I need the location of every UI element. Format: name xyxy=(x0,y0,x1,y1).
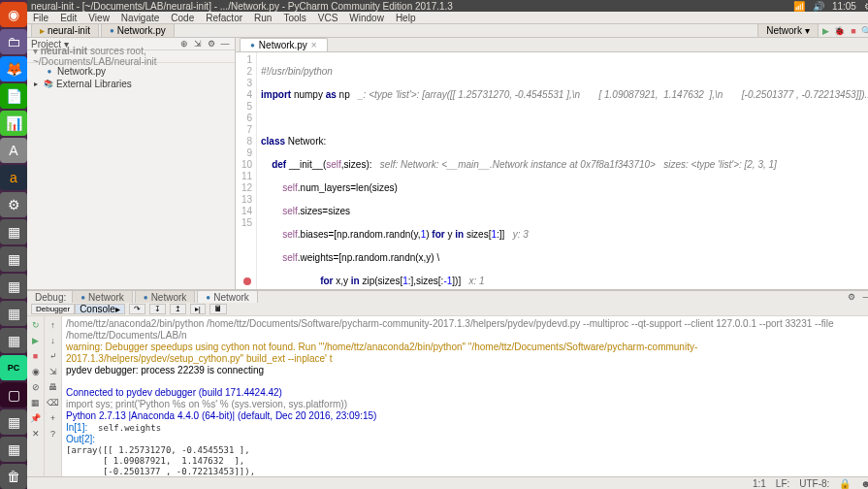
chevron-down-icon: ▾ xyxy=(805,25,810,36)
app-icon[interactable]: ▦ xyxy=(0,437,27,462)
new-console-button[interactable]: + xyxy=(47,411,60,425)
file-encoding[interactable]: UTF-8: xyxy=(799,478,829,489)
resume-button[interactable]: ▶ xyxy=(29,334,43,347)
help-button[interactable]: ? xyxy=(47,427,60,440)
debug-console[interactable]: /home/ttz/anaconda2/bin/python /home/ttz… xyxy=(62,316,868,476)
run-to-cursor-button[interactable]: ▸| xyxy=(190,304,206,314)
tree-file[interactable]: ●Network.py xyxy=(31,65,231,78)
window-titlebar: neural-init - [~/Documents/LAB/neural-in… xyxy=(27,0,868,12)
menu-window[interactable]: Window xyxy=(349,13,384,23)
editor-tab[interactable]: ●Network.py × xyxy=(240,38,328,51)
pycharm-icon[interactable]: PC xyxy=(0,355,27,380)
menu-edit[interactable]: Edit xyxy=(60,13,77,23)
debugger-tab[interactable]: Debugger xyxy=(31,304,75,314)
firefox-icon[interactable]: 🦊 xyxy=(0,56,27,82)
trash-icon[interactable]: 🗑 xyxy=(0,464,27,489)
menu-code[interactable]: Code xyxy=(171,13,194,23)
menu-file[interactable]: File xyxy=(33,13,48,23)
menu-help[interactable]: Help xyxy=(396,13,416,23)
step-over-button[interactable]: ↷ xyxy=(129,304,145,314)
step-into-button[interactable]: ↧ xyxy=(149,304,166,314)
caret-position[interactable]: 1:1 xyxy=(753,478,766,489)
rerun-button[interactable]: ↻ xyxy=(29,318,43,332)
project-tool-window: Project ▾ ⊕ ⇲ ⚙ — ▾ neural-init sources … xyxy=(27,38,236,289)
breadcrumb-project[interactable]: ▸neural-init xyxy=(31,23,99,38)
software-center-icon[interactable]: A xyxy=(0,138,27,163)
clear-button[interactable]: ⌫ xyxy=(47,396,60,409)
pycharm-window: neural-init - [~/Documents/LAB/neural-in… xyxy=(27,0,868,489)
search-button[interactable]: 🔍 xyxy=(861,25,868,37)
status-bar: 1:1 LF: UTF-8: 🔒 ☻ xyxy=(27,476,868,489)
menu-run[interactable]: Run xyxy=(254,13,272,23)
network-indicator-icon[interactable]: 📶 xyxy=(793,1,805,12)
navigation-bar: ▸neural-init ●Network.py Network▾ ▶ 🐞 ■ … xyxy=(27,24,868,38)
menu-view[interactable]: View xyxy=(88,13,110,23)
libreoffice-writer-icon[interactable]: 📄 xyxy=(0,83,27,109)
layout-button[interactable]: ▦ xyxy=(29,396,43,409)
console-tab[interactable]: Console ▸ xyxy=(75,304,125,314)
pin-button[interactable]: 📌 xyxy=(29,411,43,425)
code-editor[interactable]: 1 2 3 4 5 6 7 8 9 10 11 12 13 14 15 #!/u… xyxy=(236,52,868,289)
hector-icon[interactable]: ☻ xyxy=(860,478,868,489)
breadcrumb-file[interactable]: ●Network.py xyxy=(101,23,175,38)
scroll-to-end-button[interactable]: ⇲ xyxy=(47,365,60,378)
line-separator[interactable]: LF: xyxy=(776,478,789,489)
print-button[interactable]: 🖶 xyxy=(47,380,60,394)
menu-tools[interactable]: Tools xyxy=(283,13,305,23)
unity-launcher: ◉ 🗀 🦊 📄 📊 A a ⚙ ▦ ▦ ▦ ▦ ▦ PC ▢ ▦ ▦ 🗑 xyxy=(0,0,27,489)
soft-wrap-button[interactable]: ⤶ xyxy=(47,349,60,363)
window-title: neural-init - [~/Documents/LAB/neural-in… xyxy=(31,1,453,12)
close-icon[interactable]: × xyxy=(311,40,317,50)
stop-button[interactable]: ■ xyxy=(848,25,859,37)
app-icon[interactable]: ▦ xyxy=(0,219,27,244)
session-indicator-icon[interactable]: ⚙ xyxy=(864,1,868,12)
up-button[interactable]: ↑ xyxy=(47,318,60,332)
amazon-icon[interactable]: a xyxy=(0,165,27,190)
files-icon[interactable]: 🗀 xyxy=(0,29,27,54)
menu-navigate[interactable]: Navigate xyxy=(121,13,159,23)
editor-pane: ●Network.py × 1 2 3 4 5 6 7 8 9 10 11 12… xyxy=(236,38,868,289)
settings-icon[interactable]: ⚙ xyxy=(846,291,857,303)
chevron-icon: ▸ xyxy=(115,304,120,314)
menu-vcs[interactable]: VCS xyxy=(318,13,338,23)
debug-label: Debug: xyxy=(31,292,70,303)
breakpoint-icon[interactable] xyxy=(243,277,251,285)
debug-left-gutter: ↻ ▶ ■ ◉ ⊘ ▦ 📌 ✕ xyxy=(27,316,45,476)
stop-button[interactable]: ■ xyxy=(29,349,43,363)
down-button[interactable]: ↓ xyxy=(47,334,60,347)
mute-breakpoints-button[interactable]: ⊘ xyxy=(29,380,43,394)
line-gutter[interactable]: 1 2 3 4 5 6 7 8 9 10 11 12 13 14 15 xyxy=(236,52,257,289)
app-icon[interactable]: ▦ xyxy=(0,246,27,272)
debug-tool-window: Debug: ●Network ●Network ●Network ⚙ — De… xyxy=(27,290,868,476)
close-button[interactable]: ✕ xyxy=(29,427,43,440)
app-icon[interactable]: ▦ xyxy=(0,409,27,435)
sound-indicator-icon[interactable]: 🔊 xyxy=(813,1,824,12)
debug-button[interactable]: 🐞 xyxy=(834,25,846,37)
run-config-selector[interactable]: Network▾ xyxy=(757,23,819,38)
console-left-gutter: ↑ ↓ ⤶ ⇲ 🖶 ⌫ + ? xyxy=(45,316,62,476)
app-icon[interactable]: ▦ xyxy=(0,328,27,353)
tree-external-libraries[interactable]: ▸📚External Libraries xyxy=(31,78,231,90)
view-breakpoints-button[interactable]: ◉ xyxy=(29,365,43,378)
libreoffice-calc-icon[interactable]: 📊 xyxy=(0,111,27,136)
hide-icon[interactable]: — xyxy=(861,291,868,303)
settings-icon[interactable]: ⚙ xyxy=(0,192,27,217)
app-icon[interactable]: ▦ xyxy=(0,274,27,299)
app-icon[interactable]: ▦ xyxy=(0,301,27,326)
lock-icon[interactable]: 🔒 xyxy=(839,478,851,489)
clock[interactable]: 11:05 xyxy=(832,1,856,12)
run-button[interactable]: ▶ xyxy=(820,25,832,37)
evaluate-button[interactable]: 🖩 xyxy=(209,304,227,314)
project-root[interactable]: neural-init xyxy=(41,46,87,56)
ubuntu-dash-icon[interactable]: ◉ xyxy=(0,2,27,27)
menu-refactor[interactable]: Refactor xyxy=(206,13,242,23)
step-out-button[interactable]: ↥ xyxy=(170,304,186,314)
terminal-icon[interactable]: ▢ xyxy=(0,382,27,408)
